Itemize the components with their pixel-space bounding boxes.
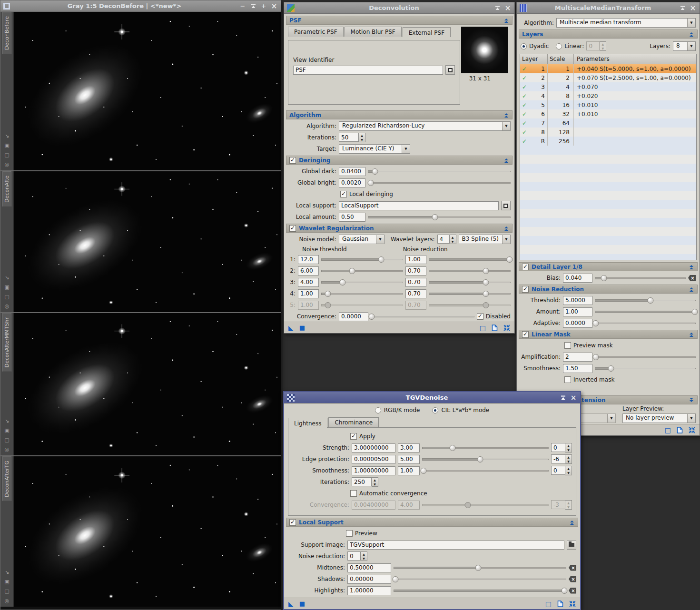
slider-thumb[interactable]	[691, 309, 698, 315]
tgv-noise-reduction-input[interactable]	[347, 551, 361, 561]
tab-send-icon[interactable]: ↘	[4, 275, 9, 281]
noise-model-combo[interactable]: Gaussian	[339, 235, 385, 244]
layers-section-header[interactable]: Layers	[519, 30, 698, 39]
tab-target-icon[interactable]: ◎	[4, 303, 9, 309]
slider-thumb[interactable]	[378, 256, 384, 263]
stepper-arrows[interactable]	[372, 477, 378, 487]
strength-slider[interactable]	[422, 444, 549, 452]
layers-count-combo[interactable]: 8	[673, 41, 696, 51]
iterations-stepper[interactable]	[339, 133, 365, 142]
layer-preview-combo[interactable]: No layer preview	[622, 413, 696, 423]
amplification-slider[interactable]	[595, 354, 696, 361]
image-tabstrip[interactable]: DeconAfterTG ↘▣▢◎	[0, 456, 14, 607]
noise-reduction-input-2[interactable]	[405, 266, 426, 275]
slider-thumb[interactable]	[349, 268, 355, 274]
convergence-input[interactable]	[339, 312, 368, 321]
new-instance-icon[interactable]	[677, 427, 683, 433]
rgbk-mode-radio[interactable]	[375, 407, 381, 413]
adaptive-slider[interactable]	[595, 320, 696, 327]
convergence-slider[interactable]	[371, 313, 474, 320]
shadows-input[interactable]	[347, 575, 391, 584]
stepper-arrows[interactable]	[565, 466, 572, 475]
image-tabstrip[interactable]: DeconAfterMMTShr ↘▣▢◎	[0, 313, 14, 455]
noise-reduction-input-4[interactable]	[405, 289, 426, 298]
tab-send-icon[interactable]: ↘	[4, 569, 9, 575]
collapse-chevron-icon[interactable]	[503, 112, 509, 118]
edge-exp-stepper[interactable]	[551, 454, 572, 464]
highlights-input[interactable]	[347, 586, 391, 595]
stepper-arrows[interactable]	[450, 235, 456, 244]
deconvolution-titlebar[interactable]: Deconvolution	[284, 2, 514, 14]
preview-mask-checkbox[interactable]	[564, 342, 571, 349]
clear-icon[interactable]	[569, 588, 576, 594]
smooth-exp-input[interactable]	[551, 466, 565, 475]
local-amount-slider[interactable]	[368, 214, 511, 221]
noise-threshold-slider-2[interactable]	[321, 267, 403, 275]
check-icon[interactable]: ✓	[522, 93, 527, 99]
target-combo[interactable]: Luminance (CIE Y)	[339, 144, 410, 154]
tab-target-icon[interactable]: ◎	[4, 598, 9, 604]
shadows-slider[interactable]	[394, 576, 566, 583]
close-icon[interactable]	[570, 394, 577, 402]
smooth-exp-stepper[interactable]	[551, 466, 572, 475]
noise-reduction-slider-4[interactable]	[429, 290, 511, 297]
check-icon[interactable]: ✓	[522, 84, 527, 90]
strength-coeff-input[interactable]	[398, 443, 420, 453]
noise-threshold-input-4[interactable]	[298, 289, 319, 298]
slider-thumb[interactable]	[325, 291, 331, 297]
slider-thumb[interactable]	[562, 588, 568, 594]
stepper-arrows[interactable]	[565, 454, 572, 464]
stepper-arrows[interactable]	[565, 443, 572, 453]
slider-thumb[interactable]	[339, 279, 345, 285]
slider-thumb[interactable]	[372, 168, 378, 175]
new-instance-icon[interactable]	[492, 325, 498, 331]
collapse-chevron-icon[interactable]	[503, 157, 509, 163]
global-dark-input[interactable]	[339, 167, 365, 176]
bias-slider[interactable]	[595, 275, 686, 282]
slider-thumb[interactable]	[601, 275, 607, 281]
layers-table[interactable]: Layer Scale Parameters ✓11+0.040 S(t=5.0…	[520, 54, 697, 260]
slider-thumb[interactable]	[420, 468, 426, 474]
linear-mask-section-header[interactable]: Linear Mask	[519, 330, 698, 339]
slider-thumb[interactable]	[392, 576, 398, 582]
clear-icon[interactable]	[569, 576, 576, 582]
galaxy-image-deconaftermmt[interactable]	[14, 313, 281, 455]
browse-documentation-icon[interactable]	[480, 324, 486, 332]
edge-exp-input[interactable]	[551, 454, 565, 463]
check-icon[interactable]: ✓	[522, 129, 527, 136]
noise-reduction-slider-3[interactable]	[429, 279, 511, 286]
chevron-down-icon[interactable]	[402, 145, 410, 153]
tab-copy-icon[interactable]: ▢	[4, 152, 9, 158]
apply-triangle-icon[interactable]	[288, 600, 294, 608]
strength-input[interactable]	[352, 443, 395, 453]
minimize-icon[interactable]	[239, 2, 246, 10]
image-panel-deconaftertgv[interactable]: DeconAfterTG ↘▣▢◎	[0, 455, 281, 607]
smoothness-coeff-input[interactable]	[398, 466, 420, 475]
stepper-arrows[interactable]	[361, 551, 367, 561]
table-row[interactable]: ✓48+0.020	[520, 91, 696, 100]
preview-checkbox[interactable]	[346, 530, 353, 537]
tab-chrominance[interactable]: Chrominance	[328, 417, 379, 427]
close-icon[interactable]	[504, 4, 512, 12]
image-tab-label[interactable]: DeconBefore	[2, 12, 11, 54]
global-bright-input[interactable]	[339, 178, 365, 187]
galaxy-image-deconbefore[interactable]	[14, 12, 281, 170]
view-picker-icon[interactable]	[501, 201, 511, 210]
noise-reduction-input-3[interactable]	[405, 278, 426, 287]
galaxy-image-deconaftertgv[interactable]	[14, 456, 281, 607]
tab-copy-icon[interactable]: ▢	[4, 588, 9, 594]
bias-input[interactable]	[563, 274, 592, 283]
smoothness-input[interactable]	[563, 364, 592, 373]
table-row[interactable]: ✓764	[520, 118, 696, 128]
apply-checkbox[interactable]	[350, 433, 357, 440]
new-instance-icon[interactable]	[557, 600, 563, 607]
slider-thumb[interactable]	[432, 214, 438, 220]
image-tabstrip[interactable]: DeconBefore ↘▣▢◎	[0, 12, 14, 170]
collapse-chevron-icon[interactable]	[569, 520, 575, 525]
local-support-section-header[interactable]: Local Support	[286, 518, 578, 527]
threshold-input[interactable]	[563, 296, 592, 305]
mmt-algorithm-combo[interactable]: Multiscale median transform	[556, 18, 696, 28]
smoothness-slider[interactable]	[595, 365, 696, 372]
midtones-input[interactable]	[347, 563, 391, 572]
image-panel-deconbefore[interactable]: DeconBefore ↘▣▢◎	[0, 12, 281, 170]
